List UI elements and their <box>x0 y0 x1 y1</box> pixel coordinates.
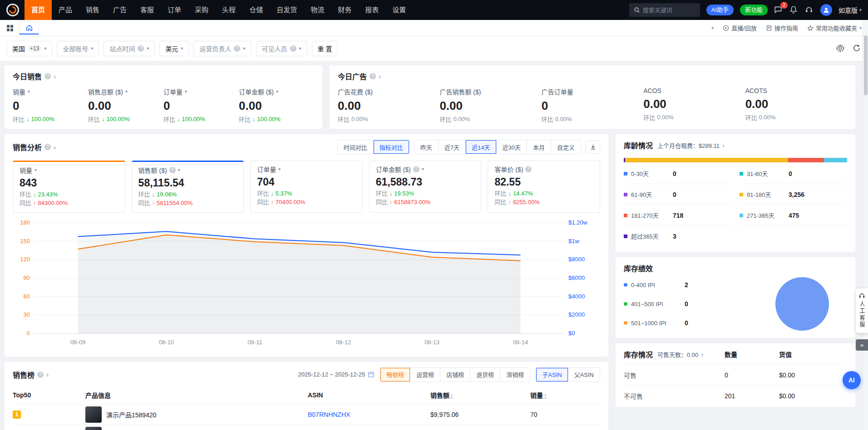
bell-icon[interactable] <box>789 5 799 15</box>
tab-return-rank[interactable]: 退货榜 <box>470 368 500 381</box>
tab-yesterday[interactable]: 昨天 <box>414 140 438 154</box>
nav-item-selfship[interactable]: 自发货 <box>270 0 304 20</box>
filter-region[interactable]: 美国 +13 ▾ <box>6 41 52 56</box>
tab-this-month[interactable]: 本月 <box>527 140 551 154</box>
new-feature-button[interactable]: 新功能 <box>740 5 768 15</box>
gear-icon[interactable] <box>836 44 845 53</box>
analysis-metric-cards: 销量▾ 843 环比↓23.43% 同比↑84300.00% 销售额 ($)?▾… <box>13 161 600 213</box>
metric-value: 843 <box>20 177 118 189</box>
help-icon[interactable]: ? <box>37 371 44 378</box>
apps-grid-icon[interactable] <box>6 24 14 32</box>
nav-item-sales[interactable]: 销售 <box>79 0 106 20</box>
refresh-icon[interactable] <box>853 44 862 53</box>
mom-label: 环比 <box>13 115 25 123</box>
ai-fab-button[interactable]: AI <box>843 371 861 389</box>
chevron-right-icon[interactable]: › <box>54 73 56 80</box>
chevron-right-icon[interactable]: › <box>46 371 49 378</box>
tab-slow-rank[interactable]: 滞销榜 <box>500 368 530 381</box>
tab-last30[interactable]: 近30天 <box>496 140 527 154</box>
app-logo[interactable] <box>6 4 19 16</box>
tab-child-asin[interactable]: 子ASIN <box>536 368 567 381</box>
metric-card-qty[interactable]: 销量▾ 843 环比↓23.43% 同比↑84300.00% <box>13 161 125 213</box>
chevron-right-icon[interactable]: › <box>379 73 381 80</box>
message-icon[interactable]: 2 <box>774 5 783 15</box>
filter-account[interactable]: 全部账号 ▾ <box>57 41 99 56</box>
avatar[interactable] <box>820 4 832 16</box>
metric-label-dropdown[interactable]: 销售总额 ($)▾ <box>88 87 163 96</box>
nav-item-firstleg[interactable]: 头程 <box>215 0 242 20</box>
home-tab[interactable] <box>19 21 39 34</box>
nav-item-warehouse[interactable]: 仓储 <box>242 0 270 20</box>
nav-item-product[interactable]: 产品 <box>52 0 79 20</box>
nav-item-ads[interactable]: 广告 <box>106 0 133 20</box>
nav-item-reports[interactable]: 报表 <box>358 0 385 20</box>
sort-icon[interactable]: ▴▾ <box>544 393 547 400</box>
help-icon[interactable]: ? <box>44 144 51 150</box>
headset-icon <box>858 292 865 299</box>
date-range-picker[interactable]: 2025-12-12 ~ 2025-12-25 <box>298 371 375 378</box>
metric-card-avg-order[interactable]: 客单价 ($)? 82.55 环比↓14.47% 同比↑8255.00% <box>488 161 600 213</box>
nav-item-settings[interactable]: 设置 <box>385 0 413 20</box>
metric-card-revenue[interactable]: 销售额 ($)?▾ 58,115.54 环比↓19.06% 同比↑5811554… <box>132 161 244 213</box>
help-icon[interactable]: ? <box>370 73 376 79</box>
filter-site-time-value: 站点时间 <box>109 44 135 53</box>
customer-service-tab[interactable]: 人工客服 <box>856 288 868 333</box>
tab-last7[interactable]: 近7天 <box>438 140 465 154</box>
version-selector[interactable]: 如意版 ▾ <box>838 5 862 15</box>
chevron-right-icon[interactable]: › <box>701 351 703 358</box>
metric-label-dropdown[interactable]: 销量▾ <box>13 87 88 96</box>
scrollbar-thumb[interactable] <box>864 35 868 95</box>
chevron-right-icon[interactable]: › <box>54 144 56 151</box>
filter-currency[interactable]: 美元 ▾ <box>159 41 189 56</box>
filter-visible-staff[interactable]: 可见人员 ? ▾ <box>256 41 307 56</box>
svg-text:90: 90 <box>24 274 30 281</box>
chevron-down-icon[interactable]: ▾ <box>711 26 714 30</box>
nav-item-orders[interactable]: 订单 <box>161 0 188 20</box>
tab-store-rank[interactable]: 店铺榜 <box>440 368 470 381</box>
metric-card-orders[interactable]: 订单量▾ 704 环比↓5.37% 同比↑70400.00% <box>250 161 363 213</box>
help-icon[interactable]: ? <box>44 73 51 79</box>
tab-custom[interactable]: 自定义 <box>551 140 581 154</box>
tab-last14[interactable]: 近14天 <box>465 140 496 154</box>
reset-button[interactable]: 重 置 <box>312 41 338 56</box>
col-stock-value: 货值 <box>779 350 847 359</box>
favorites-link[interactable]: 常用功能收藏夹 ▾ <box>807 24 862 32</box>
search-input[interactable] <box>643 7 694 14</box>
mom-delta: 14.47% <box>513 190 533 198</box>
nav-item-purchase[interactable]: 采购 <box>188 0 215 20</box>
tab-bestseller[interactable]: 畅销榜 <box>380 368 410 381</box>
mom-label: 环比 <box>376 190 388 198</box>
col-qty[interactable]: 销量▴▾ <box>530 386 600 405</box>
table-row[interactable]: 2 演示产品1591725 B08H1XDJMW 0 16 <box>13 425 600 430</box>
tab-operator-rank[interactable]: 运营榜 <box>410 368 440 381</box>
nav-item-home[interactable]: 首页 <box>25 0 52 20</box>
ai-assistant-button[interactable]: AI助手 <box>706 5 734 15</box>
nav-item-service[interactable]: 客服 <box>133 0 161 20</box>
tab-metric-compare[interactable]: 指标对比 <box>373 140 409 154</box>
chevron-right-icon[interactable]: › <box>722 142 725 149</box>
filter-site-time[interactable]: 站点时间 ? ▾ <box>104 41 155 56</box>
metric-label-dropdown[interactable]: 订单金额 ($)▾ <box>239 87 314 96</box>
metric-card-order-amount[interactable]: 订单金额 ($)?▾ 61,588.73 环比↓19.53% 同比↑615887… <box>369 161 482 213</box>
metric-label-dropdown[interactable]: 订单量▾ <box>163 87 239 96</box>
col-asin: ASIN <box>308 386 430 405</box>
tab-parent-asin[interactable]: 父ASIN <box>568 368 600 381</box>
page-scrollbar[interactable] <box>863 20 868 430</box>
metric-ad-spend: 广告花费 ($) 0.00 环比0.00% <box>338 87 439 123</box>
sort-icon[interactable]: ▴▾ <box>451 393 453 400</box>
asin-link[interactable]: B07RNHNZHX <box>308 411 350 418</box>
live-replay-link[interactable]: 直播/回放 <box>723 24 757 32</box>
nav-item-finance[interactable]: 财务 <box>331 0 358 20</box>
version-label: 如意版 <box>838 5 858 15</box>
collapse-button[interactable]: » <box>856 339 868 351</box>
table-row[interactable]: 1 演示产品1589420 B07RNHNZHX $9,975.06 70 <box>13 405 600 425</box>
global-search[interactable] <box>629 3 700 17</box>
nav-item-logistics[interactable]: 物流 <box>304 0 331 20</box>
col-sales[interactable]: 销售额▴▾ <box>430 386 530 405</box>
tab-time-compare[interactable]: 时间对比 <box>338 140 373 154</box>
mom-label: 环比 <box>745 113 757 122</box>
download-button[interactable] <box>586 140 600 154</box>
filter-operator[interactable]: 运营负责人 ? ▾ <box>193 41 251 56</box>
headset-icon[interactable] <box>805 5 814 15</box>
guide-link[interactable]: 操作指南 <box>766 24 798 32</box>
